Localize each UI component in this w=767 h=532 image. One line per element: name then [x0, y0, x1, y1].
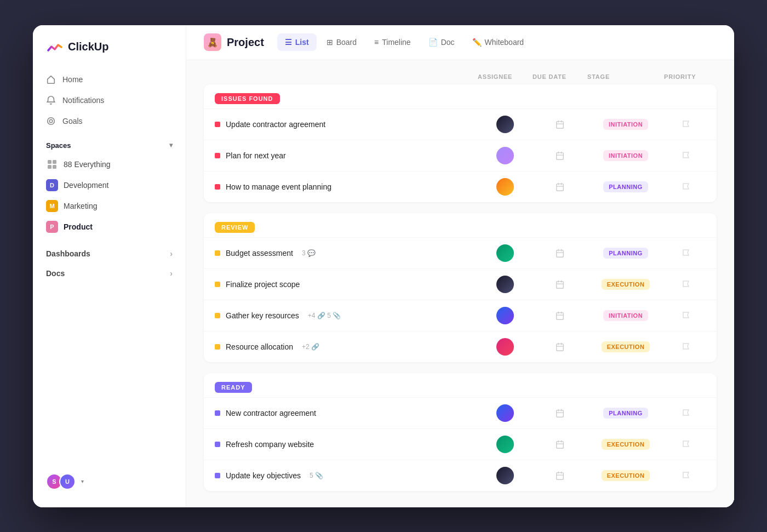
svg-point-0	[48, 117, 55, 124]
section-label-ready: READY	[215, 382, 252, 393]
content-area: ASSIGNEE DUE DATE STAGE PRIORITY ISSUES …	[186, 60, 734, 507]
task-row-t2[interactable]: Plan for next year INITIATION	[204, 140, 717, 171]
app-window: ClickUp Home Notifications Goals Spaces …	[33, 25, 734, 507]
due-date-cell[interactable]	[533, 151, 587, 161]
task-name: Resource allocation	[226, 342, 293, 351]
nav-notifications[interactable]: Notifications	[33, 90, 186, 111]
priority-cell	[664, 280, 708, 289]
tab-doc[interactable]: 📄 Doc	[421, 33, 462, 51]
project-title: Project	[227, 36, 264, 49]
whiteboard-icon: ✏️	[472, 38, 482, 47]
development-badge: D	[46, 179, 58, 191]
priority-cell	[664, 440, 708, 449]
task-name: Plan for next year	[226, 151, 286, 160]
svg-rect-5	[53, 165, 56, 169]
task-row-t4[interactable]: Budget assessment 3 💬 PLANNING	[204, 237, 717, 268]
priority-cell	[664, 182, 708, 191]
svg-rect-10	[557, 281, 564, 288]
task-row-t10[interactable]: Update key objectives 5 📎 EXECUTION	[204, 460, 717, 491]
priority-cell	[664, 311, 708, 320]
due-date-cell[interactable]	[533, 279, 587, 289]
task-name-cell: Budget assessment 3 💬	[215, 249, 478, 258]
assignee-header: ASSIGNEE	[478, 73, 533, 80]
task-meta: +4 🔗 5 📎	[308, 312, 341, 319]
task-assignee-avatar	[496, 178, 514, 196]
nav-dashboards[interactable]: Dashboards ›	[33, 244, 186, 264]
task-assignee-avatar	[496, 436, 514, 453]
due-date-header: DUE DATE	[533, 73, 587, 80]
task-meta: 3 💬	[302, 249, 316, 257]
nav-docs[interactable]: Docs ›	[33, 264, 186, 283]
due-date-cell[interactable]	[533, 439, 587, 449]
due-date-cell[interactable]	[533, 408, 587, 418]
svg-rect-2	[48, 160, 51, 164]
dashboards-chevron: ›	[170, 249, 173, 258]
nav-home[interactable]: Home	[33, 69, 186, 90]
tab-timeline[interactable]: ≡ Timeline	[367, 33, 419, 51]
board-icon: ⊞	[327, 38, 333, 47]
stage-badge: PLANNING	[603, 408, 648, 419]
goals-icon	[46, 116, 56, 126]
task-assignee-avatar	[496, 147, 514, 164]
doc-icon: 📄	[428, 38, 438, 47]
svg-rect-14	[557, 441, 564, 448]
task-name: Finalize project scope	[226, 280, 300, 289]
tab-whiteboard[interactable]: ✏️ Whiteboard	[465, 33, 532, 51]
spaces-chevron[interactable]: ▾	[169, 141, 173, 149]
docs-chevron: ›	[170, 269, 173, 278]
sidebar-item-marketing[interactable]: M Marketing	[33, 196, 186, 216]
task-name: Gather key resources	[226, 311, 299, 320]
due-date-cell[interactable]	[533, 342, 587, 352]
task-meta: +2 🔗	[302, 343, 319, 351]
task-name-cell: Update key objectives 5 📎	[215, 471, 478, 480]
task-row-t3[interactable]: How to manage event planning PLANNING	[204, 171, 717, 202]
task-row-t9[interactable]: Refresh company website EXECUTION	[204, 428, 717, 460]
section-label-issues: ISSUES FOUND	[215, 93, 280, 104]
due-date-cell[interactable]	[533, 311, 587, 321]
due-date-cell[interactable]	[533, 119, 587, 129]
sidebar-bottom: S U ▾	[33, 465, 186, 499]
avatar-user: U	[59, 473, 76, 490]
view-tabs: ☰ List ⊞ Board ≡ Timeline 📄 Doc ✏️ Wh	[277, 33, 531, 51]
stage-badge: INITIATION	[603, 310, 648, 321]
stage-cell: PLANNING	[587, 248, 664, 259]
stage-badge: PLANNING	[603, 248, 648, 259]
svg-rect-15	[557, 472, 564, 479]
due-date-cell[interactable]	[533, 248, 587, 258]
stage-cell: INITIATION	[587, 310, 664, 321]
task-name: Budget assessment	[226, 249, 293, 258]
task-row-t1[interactable]: Update contractor agreement INITIATION	[204, 108, 717, 140]
stage-badge: EXECUTION	[602, 439, 650, 450]
section-issues-found: ISSUES FOUND Update contractor agreement	[204, 84, 717, 202]
project-title-area: 🧸 Project	[204, 33, 264, 51]
sidebar-item-product[interactable]: P Product	[33, 216, 186, 237]
stage-badge: PLANNING	[603, 181, 648, 192]
task-name-cell: Resource allocation +2 🔗	[215, 342, 478, 351]
tab-board[interactable]: ⊞ Board	[319, 33, 364, 51]
task-row-t8[interactable]: New contractor agreement PLANNING	[204, 397, 717, 428]
assignee-cell	[478, 244, 533, 262]
task-name-cell: New contractor agreement	[215, 409, 478, 417]
stage-cell: PLANNING	[587, 408, 664, 419]
user-dropdown-arrow[interactable]: ▾	[81, 478, 84, 484]
stage-cell: EXECUTION	[587, 470, 664, 481]
product-badge: P	[46, 221, 58, 233]
due-date-cell[interactable]	[533, 182, 587, 192]
task-row-t5[interactable]: Finalize project scope EXECUTION	[204, 268, 717, 300]
priority-header: PRIORITY	[664, 73, 708, 80]
sidebar-item-everything[interactable]: 88 Everything	[33, 154, 186, 175]
task-row-t7[interactable]: Resource allocation +2 🔗 EXECUTION	[204, 331, 717, 362]
priority-cell	[664, 249, 708, 258]
sidebar-item-development[interactable]: D Development	[33, 175, 186, 196]
svg-point-1	[49, 119, 52, 122]
task-dot	[215, 473, 220, 478]
marketing-badge: M	[46, 200, 58, 212]
nav-goals[interactable]: Goals	[33, 111, 186, 131]
assignee-cell	[478, 276, 533, 293]
task-dot	[215, 250, 220, 256]
due-date-cell[interactable]	[533, 471, 587, 480]
task-row-t6[interactable]: Gather key resources +4 🔗 5 📎 INITIATION	[204, 300, 717, 331]
tab-list[interactable]: ☰ List	[277, 33, 317, 51]
stage-cell: INITIATION	[587, 119, 664, 130]
project-icon: 🧸	[204, 33, 221, 51]
